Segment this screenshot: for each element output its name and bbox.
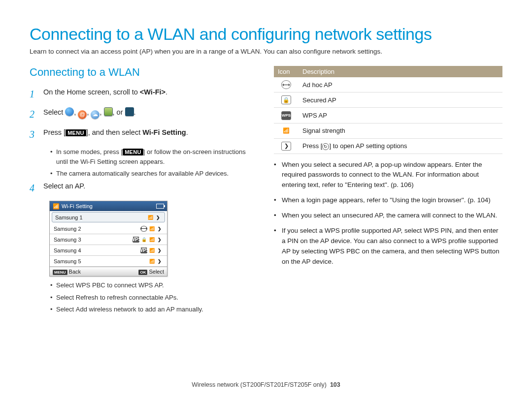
ap-row[interactable]: Samsung 5 <box>50 256 167 267</box>
notes-list: When you select a secured AP, a pop-up w… <box>274 160 502 267</box>
wifi-icon: 📶 <box>53 203 60 210</box>
ap-row[interactable]: Samsung 1 <box>52 212 165 222</box>
note-4: If you select a WPS profile supported AP… <box>274 226 502 267</box>
chevron-right-icon <box>156 247 163 253</box>
signal-icon <box>148 226 155 232</box>
menu-button-label: MENU <box>66 129 86 136</box>
row-label: Signal strength <box>299 123 502 138</box>
sub3b: The camera automatically searches for av… <box>50 169 258 179</box>
page-number: 103 <box>330 381 340 388</box>
row5-post: ] to open AP setting options <box>329 142 407 150</box>
globe-icon <box>65 107 74 116</box>
page-intro: Learn to connect via an access point (AP… <box>30 48 502 55</box>
icon-table: Icon Description ⟷ Ad hoc AP 🔒 Secured A… <box>274 66 502 154</box>
step-3: 3 Press [MENU], and then select Wi-Fi Se… <box>30 127 258 142</box>
step2-post: . <box>134 108 136 116</box>
ap-name: Samsung 5 <box>54 258 147 264</box>
s4c-post: to add an AP manually. <box>136 306 203 313</box>
wps-icon: WPS <box>133 237 139 243</box>
lock-icon <box>140 237 147 243</box>
ap-row[interactable]: Samsung 2 ⟷ <box>50 223 167 234</box>
menu-button-label: MENU <box>123 149 143 155</box>
step2-pre: Select <box>43 108 65 116</box>
step-1: 1 On the Home screen, scroll to <Wi-Fi>. <box>30 87 258 102</box>
s4b-b: Refresh <box>76 294 99 301</box>
chevron-right-icon <box>156 237 163 243</box>
note-1: When you select a secured AP, a pop-up w… <box>274 160 502 191</box>
signal-icon <box>148 247 155 253</box>
step1-post: . <box>166 88 167 96</box>
chevron-right-icon <box>155 215 162 220</box>
battery-icon <box>156 204 164 209</box>
page-footer: Wireless network (ST200F/ST201F/ST205F o… <box>0 381 532 388</box>
reload-icon: ↻ <box>322 143 329 150</box>
ap-name: Samsung 3 <box>54 237 132 243</box>
step-number: 2 <box>30 107 43 122</box>
right-column: Icon Description ⟷ Ad hoc AP 🔒 Secured A… <box>274 66 502 316</box>
ap-row[interactable]: Samsung 3 WPS <box>50 234 167 245</box>
lock-icon: 🔒 <box>281 95 291 104</box>
device-title: Wi-Fi Setting <box>62 203 93 209</box>
step-4-sub: Select WPS PBC to connect WPS AP. Select… <box>30 280 258 314</box>
s4a-b: WPS PBC <box>76 281 105 289</box>
signal-icon <box>147 215 154 220</box>
note-2: When a login page appears, refer to "Usi… <box>274 195 502 206</box>
ap-name: Samsung 4 <box>54 247 139 253</box>
s4a-post: to connect WPS AP. <box>105 281 164 289</box>
picture-icon <box>104 107 113 116</box>
wps-icon: WPS <box>140 247 147 253</box>
box-icon <box>125 107 134 116</box>
select-label: Select <box>149 269 164 275</box>
signal-icon <box>148 237 155 243</box>
note-3: When you select an unsecured AP, the cam… <box>274 211 502 221</box>
section-heading: Connecting to a WLAN <box>30 66 258 79</box>
sub3a-pre: In some modes, press [ <box>56 148 123 155</box>
s4a-pre: Select <box>56 281 76 289</box>
row5-pre: Press [ <box>302 142 322 150</box>
row-label: Ad hoc AP <box>299 77 502 93</box>
left-column: Connecting to a WLAN 1 On the Home scree… <box>30 66 258 316</box>
step-number: 3 <box>30 127 43 142</box>
chevron-right-icon: ❯ <box>281 142 291 151</box>
ap-row[interactable]: Samsung 4 WPS <box>50 245 167 256</box>
page-title: Connecting to a WLAN and configuring net… <box>30 25 502 44</box>
step3-mid: ], and then select <box>86 128 142 136</box>
th-desc: Description <box>299 66 502 77</box>
s4b-post: to refresh connectable APs. <box>98 294 178 301</box>
footer-text: Wireless network (ST200F/ST201F/ST205F o… <box>192 381 327 388</box>
step-3-sub: In some modes, press [MENU] or follow th… <box>30 147 258 179</box>
s4c-pre: Select <box>56 306 76 313</box>
th-icon: Icon <box>274 66 299 77</box>
adhoc-icon: ⟷ <box>140 226 147 232</box>
step4-text: Select an AP. <box>43 181 258 196</box>
ok-key-label: OK <box>138 270 147 275</box>
device-screenshot: 📶 Wi-Fi Setting Samsung 1 Samsung 2 ⟷ Sa… <box>49 201 167 277</box>
ap-name: Samsung 2 <box>54 226 139 232</box>
row-label: Secured AP <box>299 93 502 108</box>
cloud-icon: ☁ <box>91 110 100 119</box>
step-number: 4 <box>30 181 43 196</box>
step1-pre: On the Home screen, scroll to <box>43 88 140 96</box>
step-number: 1 <box>30 87 43 102</box>
s4c-b: Add wireless network <box>76 306 136 313</box>
wps-icon: WPS <box>281 111 291 120</box>
chevron-right-icon <box>156 226 163 232</box>
row-label: WPS AP <box>299 108 502 123</box>
step-4: 4 Select an AP. <box>30 181 258 196</box>
signal-icon <box>148 258 155 264</box>
chevron-right-icon <box>156 258 163 264</box>
step3-pre: Press [ <box>43 128 66 136</box>
step1-bold: <Wi-Fi> <box>140 88 166 96</box>
s4b-pre: Select <box>56 294 76 301</box>
step3-bold: Wi-Fi Setting <box>142 128 186 136</box>
menu-key-label: MENU <box>53 270 67 275</box>
ap-name: Samsung 1 <box>55 215 146 220</box>
signal-icon: 📶 <box>281 126 291 135</box>
step-2: 2 Select , @, ☁, , or . <box>30 107 258 122</box>
step3-post: . <box>186 128 188 136</box>
adhoc-icon: ⟷ <box>281 80 291 89</box>
back-label: Back <box>69 269 81 275</box>
email-icon: @ <box>78 110 87 119</box>
